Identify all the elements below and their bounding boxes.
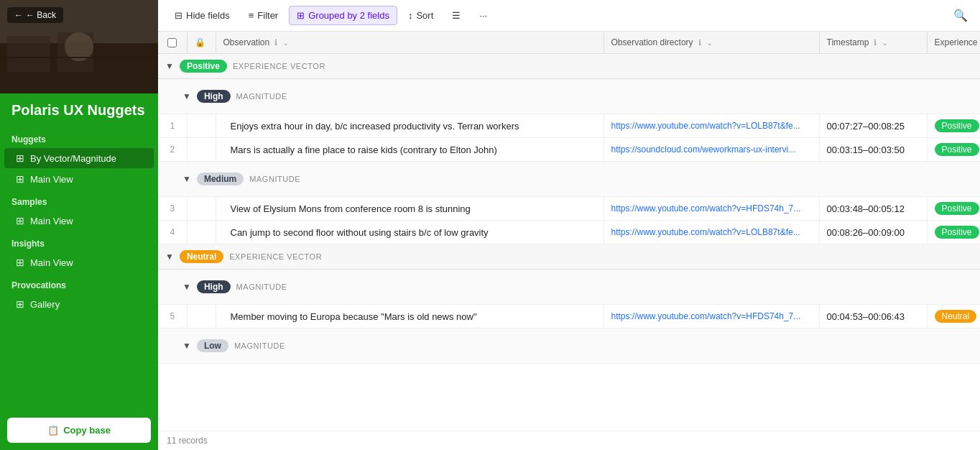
grid-icon-2: ⊞ xyxy=(16,173,24,185)
th-directory-expand[interactable]: ⌄ xyxy=(706,38,713,47)
select-all-checkbox[interactable] xyxy=(167,38,177,47)
directory-link[interactable]: https://www.youtube.com/watch?v=HFDS74h_… xyxy=(611,311,812,321)
th-observation-label: Observation xyxy=(223,37,270,47)
row-observation: Can jump to second floor without using s… xyxy=(216,221,604,244)
group-header-neutral: ▼ Neutral EXPERIENCE VECTOR Count 2 xyxy=(158,244,980,269)
sub-sublabel-high: MAGNITUDE xyxy=(236,92,287,101)
sub-group-header-row: ▼ High MAGNITUDE 2 xyxy=(158,79,980,114)
row-num: 3 xyxy=(158,197,187,221)
row-timestamp: 00:03:48–00:05:12 xyxy=(819,197,927,221)
row-lock xyxy=(187,197,216,221)
section-label-provocations: Provocations xyxy=(0,273,158,293)
sub-group-header-low-neutral: ▼ Low MAGNITUDE 1 xyxy=(165,334,980,358)
th-checkbox xyxy=(158,32,187,54)
sidebar: ← ← Back Polaris UX Nuggets Nuggets ⊞ By… xyxy=(0,0,158,450)
section-label-samples: Samples xyxy=(0,190,158,210)
row-vector: Neutral xyxy=(927,305,980,329)
section-label-insights: Insights xyxy=(0,231,158,252)
group-label-positive: Positive xyxy=(180,60,227,73)
th-directory: Observation directory ℹ ⌄ xyxy=(604,32,819,54)
row-observation: Mars is actually a fine place to raise k… xyxy=(216,138,604,162)
directory-link[interactable]: https://www.youtube.com/watch?v=LOLB87t&… xyxy=(611,121,812,131)
search-icon: 🔍 xyxy=(953,9,968,22)
sidebar-item-by-vector[interactable]: ⊞ By Vector/Magnitude xyxy=(4,148,154,168)
th-vector-label: Experience vector xyxy=(935,37,981,47)
sub-label-medium: Medium xyxy=(197,173,244,185)
sub-sublabel-high-neutral: MAGNITUDE xyxy=(236,283,287,291)
table-row: 1 Enjoys extra hour in day, b/c increase… xyxy=(158,114,980,138)
sub-chevron-low-neutral[interactable]: ▼ xyxy=(182,341,191,351)
sidebar-item-main-view-samples[interactable]: ⊞ Main View xyxy=(4,211,154,231)
sub-chevron-high[interactable]: ▼ xyxy=(182,91,191,101)
grid-icon: ⊞ xyxy=(16,152,24,164)
directory-link[interactable]: https://www.youtube.com/watch?v=LOLB87t&… xyxy=(611,227,812,237)
table-container: 🔒 Observation ℹ ⌄ Observation directory … xyxy=(158,32,980,431)
row-num: 4 xyxy=(158,221,187,244)
grid-icon-3: ⊞ xyxy=(16,215,24,226)
th-timestamp-label: Timestamp xyxy=(827,37,869,47)
sidebar-scroll: Nuggets ⊞ By Vector/Magnitude ⊞ Main Vie… xyxy=(0,127,158,410)
row-directory: https://www.youtube.com/watch?v=LOLB87t&… xyxy=(604,114,819,138)
section-label-nuggets: Nuggets xyxy=(0,127,158,147)
sort-label: Sort xyxy=(416,10,433,21)
back-arrow-icon: ← xyxy=(14,10,23,20)
filter-icon: ≡ xyxy=(249,10,254,21)
hide-fields-button[interactable]: ⊟ Hide fields xyxy=(167,6,238,25)
search-button[interactable]: 🔍 xyxy=(950,5,971,26)
row-lock xyxy=(187,138,216,162)
group-header-positive: ▼ Positive EXPERIENCE VECTOR Count 4 xyxy=(158,54,980,78)
row-timestamp: 00:03:15–00:03:50 xyxy=(819,138,927,162)
sidebar-item-main-view-nuggets[interactable]: ⊞ Main View xyxy=(4,169,154,189)
vector-badge: Positive xyxy=(935,202,979,215)
th-observation-info[interactable]: ℹ xyxy=(274,38,277,47)
vector-badge: Positive xyxy=(935,143,979,156)
row-height-icon: ☰ xyxy=(452,10,461,21)
sub-group-header-high-neutral: ▼ High MAGNITUDE 1 xyxy=(165,275,980,299)
th-directory-info[interactable]: ℹ xyxy=(698,38,701,47)
sidebar-item-gallery-label: Gallery xyxy=(30,299,60,310)
filter-button[interactable]: ≡ Filter xyxy=(241,6,286,25)
sub-label-low-neutral: Low xyxy=(197,339,228,352)
sort-button[interactable]: ↕ Sort xyxy=(400,6,441,25)
sub-chevron-high-neutral[interactable]: ▼ xyxy=(182,282,191,292)
group-header-row: ▼ Neutral EXPERIENCE VECTOR Count 2 xyxy=(158,244,980,270)
toolbar: ⊟ Hide fields ≡ Filter ⊞ Grouped by 2 fi… xyxy=(158,0,980,32)
main-content: ⊟ Hide fields ≡ Filter ⊞ Grouped by 2 fi… xyxy=(158,0,980,450)
sub-group-header-row: ▼ High MAGNITUDE 1 xyxy=(158,270,980,305)
table-row: 2 Mars is actually a fine place to raise… xyxy=(158,138,980,162)
copy-icon: 📋 xyxy=(47,425,59,436)
group-sublabel-neutral: EXPERIENCE VECTOR xyxy=(229,252,322,261)
directory-link[interactable]: https://www.youtube.com/watch?v=HFDS74h_… xyxy=(611,203,812,213)
sidebar-hero-image: ← ← Back xyxy=(0,0,158,93)
sidebar-item-gallery[interactable]: ⊞ Gallery xyxy=(4,294,154,314)
filter-label: Filter xyxy=(257,10,278,21)
sidebar-item-main-view-samples-label: Main View xyxy=(30,216,73,226)
sidebar-item-main-view-insights[interactable]: ⊞ Main View xyxy=(4,252,154,272)
back-button[interactable]: ← ← Back xyxy=(7,7,63,23)
sidebar-title: Polaris UX Nuggets xyxy=(0,93,158,127)
th-observation-expand[interactable]: ⌄ xyxy=(282,38,289,47)
group-chevron-neutral[interactable]: ▼ xyxy=(165,252,174,262)
sidebar-item-main-view-insights-label: Main View xyxy=(30,257,73,268)
row-observation: Enjoys extra hour in day, b/c increased … xyxy=(216,114,604,138)
group-chevron-positive[interactable]: ▼ xyxy=(165,61,174,71)
group-sublabel-positive: EXPERIENCE VECTOR xyxy=(233,62,325,70)
row-height-button[interactable]: ☰ xyxy=(444,6,468,25)
sub-chevron-medium[interactable]: ▼ xyxy=(182,174,191,184)
row-lock xyxy=(187,114,216,138)
copy-base-button[interactable]: 📋 Copy base xyxy=(7,418,151,443)
row-timestamp: 00:07:27–00:08:25 xyxy=(819,114,927,138)
vector-badge: Neutral xyxy=(935,310,977,323)
sub-sublabel-medium: MAGNITUDE xyxy=(249,175,300,183)
th-timestamp-info[interactable]: ℹ xyxy=(874,38,877,47)
group-label-neutral: Neutral xyxy=(180,250,223,263)
table-row: 5 Member moving to Europa because "Mars … xyxy=(158,305,980,329)
sub-label-high: High xyxy=(197,90,231,103)
directory-link[interactable]: https://soundcloud.com/weworkmars-ux-int… xyxy=(611,144,812,155)
grouped-button[interactable]: ⊞ Grouped by 2 fields xyxy=(289,6,397,25)
row-directory: https://www.youtube.com/watch?v=HFDS74h_… xyxy=(604,197,819,221)
more-options-button[interactable]: ··· xyxy=(471,6,495,25)
row-vector: Positive xyxy=(927,138,980,162)
th-timestamp-expand[interactable]: ⌄ xyxy=(882,38,888,47)
table-row: 4 Can jump to second floor without using… xyxy=(158,221,980,244)
